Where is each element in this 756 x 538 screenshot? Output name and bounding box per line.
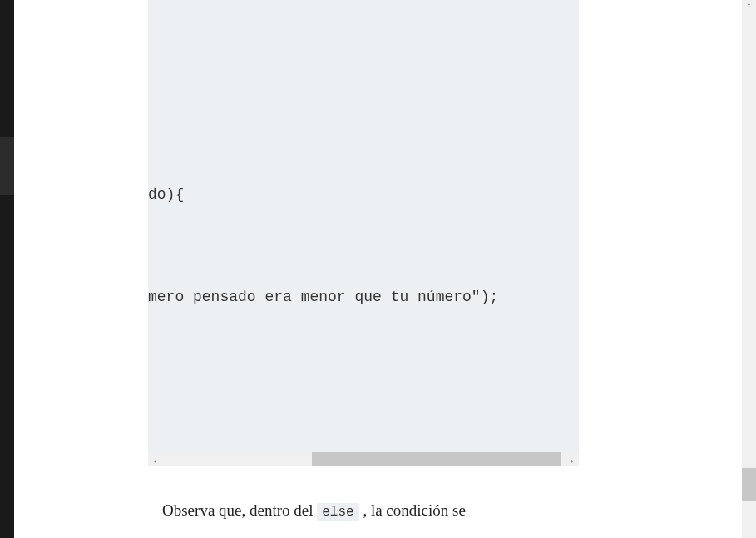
scroll-right-arrow-icon[interactable]: › — [565, 452, 579, 466]
code-blank-lines — [148, 383, 498, 451]
content-area: do){ mero pensado era menor que tu númer… — [14, 0, 756, 538]
paragraph-before: Observa que, dentro del — [162, 501, 317, 519]
left-sidebar — [0, 0, 14, 538]
code-block: do){ mero pensado era menor que tu númer… — [148, 0, 579, 466]
paragraph-text: Observa que, dentro del else , la condic… — [162, 501, 466, 520]
code-line: do){ — [148, 178, 498, 212]
code-content: do){ mero pensado era menor que tu númer… — [148, 0, 498, 466]
horizontal-scrollbar[interactable]: ‹ › — [148, 452, 579, 466]
scroll-track[interactable] — [162, 452, 565, 466]
scroll-thumb[interactable] — [312, 452, 561, 466]
code-line: mero pensado era menor que tu número"); — [148, 280, 498, 314]
inline-code-else: else — [317, 503, 358, 521]
vertical-scrollbar[interactable]: ˆ — [742, 0, 756, 538]
scroll-up-arrow-icon[interactable]: ˆ — [742, 0, 756, 14]
scroll-left-arrow-icon[interactable]: ‹ — [148, 452, 162, 466]
left-sidebar-highlight — [0, 137, 14, 195]
vertical-scroll-thumb[interactable] — [742, 468, 756, 501]
paragraph-after: , la condición se — [359, 501, 466, 519]
